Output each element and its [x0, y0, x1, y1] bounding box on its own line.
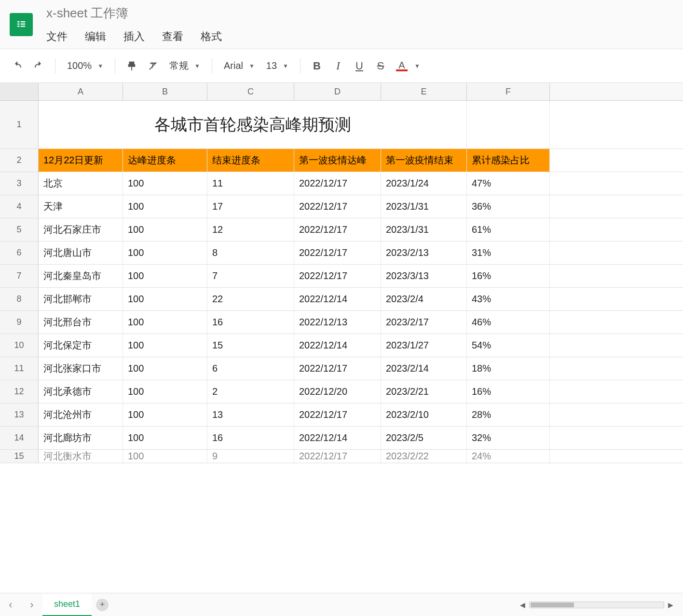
cell-A15[interactable]: 河北衡水市 [39, 450, 123, 463]
cell-B7[interactable]: 100 [123, 265, 207, 287]
menu-format[interactable]: 格式 [201, 29, 222, 44]
add-sheet-button[interactable]: + [92, 593, 113, 616]
strikethrough-button[interactable]: S [372, 56, 389, 76]
cell-E2[interactable]: 第一波疫情结束 [381, 149, 467, 172]
cell-C10[interactable]: 15 [207, 334, 294, 357]
scroll-track[interactable] [529, 602, 664, 608]
sheet-tab-sheet1[interactable]: sheet1 [42, 593, 92, 616]
cell-B3[interactable]: 100 [123, 172, 207, 195]
cell-A10[interactable]: 河北保定市 [39, 334, 123, 357]
cell-B13[interactable]: 100 [123, 403, 207, 426]
cell-E12[interactable]: 2023/2/21 [381, 380, 467, 403]
paint-format-button[interactable] [123, 56, 140, 76]
cell-F2[interactable]: 累计感染占比 [467, 149, 550, 172]
cell-E7[interactable]: 2023/3/13 [381, 265, 467, 287]
cell-C3[interactable]: 11 [207, 172, 294, 195]
cell-C5[interactable]: 12 [207, 218, 294, 241]
cell-E14[interactable]: 2023/2/5 [381, 427, 467, 449]
cell-F4[interactable]: 36% [467, 195, 550, 218]
cell-C15[interactable]: 9 [207, 450, 294, 463]
cell-A6[interactable]: 河北唐山市 [39, 241, 123, 264]
cell-F13[interactable]: 28% [467, 403, 550, 426]
row-header-8[interactable]: 8 [0, 288, 39, 310]
cell-A2[interactable]: 12月22日更新 [39, 149, 123, 172]
col-header-C[interactable]: C [207, 83, 294, 100]
cell-C13[interactable]: 13 [207, 403, 294, 426]
cell-F14[interactable]: 32% [467, 427, 550, 449]
row-header-4[interactable]: 4 [0, 195, 39, 218]
cell-A5[interactable]: 河北石家庄市 [39, 218, 123, 241]
col-header-B[interactable]: B [123, 83, 207, 100]
cell-B8[interactable]: 100 [123, 288, 207, 310]
cell-A8[interactable]: 河北邯郸市 [39, 288, 123, 310]
cell-C14[interactable]: 16 [207, 427, 294, 449]
scroll-thumb[interactable] [531, 603, 574, 607]
cell-A9[interactable]: 河北邢台市 [39, 311, 123, 334]
cell-F11[interactable]: 18% [467, 357, 550, 380]
cell-C9[interactable]: 16 [207, 311, 294, 334]
scroll-right-arrow[interactable]: ▶ [668, 601, 673, 609]
cell-E11[interactable]: 2023/2/14 [381, 357, 467, 380]
row-header-6[interactable]: 6 [0, 241, 39, 264]
underline-button[interactable]: U [351, 56, 368, 76]
cell-D13[interactable]: 2022/12/17 [294, 403, 381, 426]
cell-title-merged[interactable]: 各城市首轮感染高峰期预测 [39, 101, 467, 148]
cell-E3[interactable]: 2023/1/24 [381, 172, 467, 195]
col-header-F[interactable]: F [467, 83, 550, 100]
cell-A14[interactable]: 河北廊坊市 [39, 427, 123, 449]
cell-D8[interactable]: 2022/12/14 [294, 288, 381, 310]
tab-next-button[interactable]: › [21, 593, 42, 616]
cell-D7[interactable]: 2022/12/17 [294, 265, 381, 287]
cell-E15[interactable]: 2023/2/22 [381, 450, 467, 463]
cell-A12[interactable]: 河北承德市 [39, 380, 123, 403]
cell-F8[interactable]: 43% [467, 288, 550, 310]
cell-C2[interactable]: 结束进度条 [207, 149, 294, 172]
cell-F12[interactable]: 16% [467, 380, 550, 403]
select-all-corner[interactable] [0, 83, 39, 100]
cell-F3[interactable]: 47% [467, 172, 550, 195]
row-header-10[interactable]: 10 [0, 334, 39, 357]
cell-D6[interactable]: 2022/12/17 [294, 241, 381, 264]
clear-format-button[interactable] [144, 56, 162, 76]
cell-A4[interactable]: 天津 [39, 195, 123, 218]
document-title[interactable]: x-sheet 工作簿 [46, 5, 222, 22]
row-header-11[interactable]: 11 [0, 357, 39, 380]
cell-D4[interactable]: 2022/12/17 [294, 195, 381, 218]
bold-button[interactable]: B [308, 56, 326, 76]
cell-B15[interactable]: 100 [123, 450, 207, 463]
cell-F15[interactable]: 24% [467, 450, 550, 463]
cell-A7[interactable]: 河北秦皇岛市 [39, 265, 123, 287]
cell-A13[interactable]: 河北沧州市 [39, 403, 123, 426]
cell-D3[interactable]: 2022/12/17 [294, 172, 381, 195]
number-format-dropdown[interactable]: 常规 ▼ [165, 59, 204, 72]
scroll-left-arrow[interactable]: ◀ [520, 601, 525, 609]
cell-C8[interactable]: 22 [207, 288, 294, 310]
cell-D2[interactable]: 第一波疫情达峰 [294, 149, 381, 172]
cell-F7[interactable]: 16% [467, 265, 550, 287]
zoom-dropdown[interactable]: 100% ▼ [63, 60, 107, 71]
cell-B2[interactable]: 达峰进度条 [123, 149, 207, 172]
font-size-dropdown[interactable]: 13 ▼ [262, 60, 292, 71]
cell-F9[interactable]: 46% [467, 311, 550, 334]
row-header-2[interactable]: 2 [0, 149, 39, 172]
cell-F1[interactable] [467, 101, 550, 148]
cell-C6[interactable]: 8 [207, 241, 294, 264]
cell-E6[interactable]: 2023/2/13 [381, 241, 467, 264]
cell-B14[interactable]: 100 [123, 427, 207, 449]
col-header-E[interactable]: E [381, 83, 467, 100]
row-header-14[interactable]: 14 [0, 427, 39, 449]
col-header-A[interactable]: A [39, 83, 123, 100]
cell-D5[interactable]: 2022/12/17 [294, 218, 381, 241]
cell-E13[interactable]: 2023/2/10 [381, 403, 467, 426]
cell-A11[interactable]: 河北张家口市 [39, 357, 123, 380]
cell-B6[interactable]: 100 [123, 241, 207, 264]
cell-C7[interactable]: 7 [207, 265, 294, 287]
font-color-button[interactable]: A [393, 56, 410, 76]
cell-E9[interactable]: 2023/2/17 [381, 311, 467, 334]
cell-F6[interactable]: 31% [467, 241, 550, 264]
cell-D15[interactable]: 2022/12/17 [294, 450, 381, 463]
menu-edit[interactable]: 编辑 [85, 29, 106, 44]
cell-E8[interactable]: 2023/2/4 [381, 288, 467, 310]
cell-E4[interactable]: 2023/1/31 [381, 195, 467, 218]
row-header-7[interactable]: 7 [0, 265, 39, 287]
